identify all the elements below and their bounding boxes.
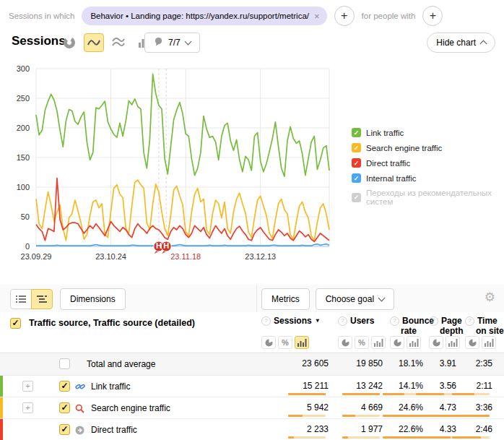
legend-label: Internal traffic bbox=[366, 174, 416, 183]
metric-bar bbox=[342, 415, 380, 417]
line-chart-icon[interactable] bbox=[84, 33, 104, 52]
metric-value: 5 942 bbox=[274, 402, 329, 413]
legend-checkbox[interactable]: ✓ bbox=[352, 143, 361, 152]
help-icon[interactable]: ? bbox=[390, 316, 399, 326]
x-tick-label: 23.10.24 bbox=[95, 252, 126, 261]
y-tick-label: 200 bbox=[17, 124, 30, 132]
help-icon[interactable]: ? bbox=[465, 316, 474, 326]
note-pin-marker[interactable]: Н bbox=[161, 241, 171, 254]
table-row: +Search engine traffic5 9424 66924.6%4.7… bbox=[0, 397, 504, 419]
row-label[interactable]: Direct traffic bbox=[91, 425, 137, 435]
expand-row-button[interactable]: + bbox=[22, 402, 33, 413]
metric-bar bbox=[288, 436, 326, 439]
metric-value: 2:46 bbox=[438, 424, 492, 434]
remove-filter-icon[interactable]: × bbox=[314, 12, 320, 21]
dimension-header-label: Traffic source, Traffic source (detailed… bbox=[29, 318, 195, 328]
y-tick-label: 100 bbox=[17, 183, 30, 191]
stacked-area-icon[interactable] bbox=[108, 33, 129, 52]
legend-item[interactable]: ✓Переходы из рекомендательных систем bbox=[352, 189, 504, 206]
metric-display-switcher bbox=[429, 336, 460, 349]
percent-display-icon[interactable]: % bbox=[278, 336, 292, 349]
legend-item[interactable]: ✓Link traffic bbox=[352, 128, 504, 137]
tree-view-icon[interactable] bbox=[31, 289, 53, 309]
pie-display-icon[interactable] bbox=[261, 336, 276, 349]
table-row: Direct traffic2 2331 97722.6%4.332:46 bbox=[0, 418, 504, 440]
row-label: Total and average bbox=[87, 359, 155, 369]
row-checkbox[interactable] bbox=[59, 402, 70, 413]
choose-goal-dropdown[interactable]: Choose goal bbox=[316, 288, 394, 310]
link-traffic-icon bbox=[75, 381, 85, 394]
metric-bar bbox=[383, 415, 420, 417]
search-traffic-icon bbox=[75, 403, 84, 416]
column-header-sessions[interactable]: ?Sessions▾ bbox=[261, 316, 319, 326]
column-header-bounce[interactable]: ?Bouncerate bbox=[390, 316, 434, 336]
bars-display-icon[interactable] bbox=[371, 336, 386, 349]
help-icon[interactable]: ? bbox=[338, 316, 347, 326]
table-row: Total and average23 60519 85018.1%3.912:… bbox=[0, 353, 504, 375]
chevron-down-icon bbox=[378, 295, 386, 302]
comments-segments-dropdown[interactable]: 7/7 bbox=[144, 33, 200, 53]
metric-value: 2:11 bbox=[438, 381, 492, 391]
metric-display-switcher: % bbox=[261, 336, 309, 349]
metric-value: 23 605 bbox=[274, 358, 329, 368]
pie-display-icon[interactable] bbox=[465, 336, 479, 349]
svg-text:Н: Н bbox=[156, 241, 162, 250]
metric-display-switcher: % bbox=[338, 336, 386, 349]
metric-bar bbox=[416, 393, 453, 395]
legend-checkbox[interactable]: ✓ bbox=[352, 193, 361, 202]
add-session-filter-button[interactable]: + bbox=[334, 6, 355, 26]
metric-bar bbox=[342, 393, 380, 395]
help-icon[interactable]: ? bbox=[429, 316, 438, 326]
column-header-page[interactable]: ?Pagedepth bbox=[429, 316, 464, 336]
legend-item[interactable]: ✓Search engine traffic bbox=[352, 143, 504, 152]
legend-item[interactable]: ✓Internal traffic bbox=[352, 173, 504, 183]
x-tick-label: 23.09.29 bbox=[21, 252, 52, 261]
chart-title: Sessions bbox=[12, 34, 66, 48]
row-checkbox[interactable] bbox=[59, 358, 70, 369]
help-icon[interactable]: ? bbox=[261, 316, 271, 326]
row-label[interactable]: Link traffic bbox=[91, 381, 130, 392]
row-label[interactable]: Search engine traffic bbox=[91, 403, 170, 413]
pie-chart-icon[interactable] bbox=[59, 33, 79, 52]
list-view-icon[interactable] bbox=[10, 289, 32, 309]
row-checkbox[interactable] bbox=[59, 381, 70, 392]
view-mode-switcher bbox=[10, 289, 53, 309]
column-header-time[interactable]: ?Timeon site bbox=[465, 316, 504, 336]
series-link-traffic bbox=[36, 74, 329, 176]
series-search-engine-traffic bbox=[36, 180, 329, 241]
pie-display-icon[interactable] bbox=[429, 336, 443, 349]
expand-row-button[interactable]: + bbox=[22, 381, 33, 392]
bars-display-icon[interactable] bbox=[295, 336, 309, 349]
metric-value: 3:36 bbox=[438, 402, 492, 413]
pie-display-icon[interactable] bbox=[338, 336, 352, 349]
segment-filter-chip[interactable]: Behavior • Landing page: https://yandex.… bbox=[82, 7, 326, 25]
legend-checkbox[interactable]: ✓ bbox=[352, 158, 361, 168]
select-all-checkbox[interactable] bbox=[10, 318, 21, 329]
legend-checkbox[interactable]: ✓ bbox=[352, 128, 361, 137]
metrics-button[interactable]: Metrics bbox=[261, 288, 310, 310]
hide-chart-label: Hide chart bbox=[436, 38, 476, 48]
y-tick-label: 50 bbox=[21, 212, 30, 221]
comment-icon bbox=[154, 37, 163, 48]
metric-bar bbox=[342, 436, 380, 439]
column-header-users[interactable]: ?Users bbox=[338, 316, 374, 326]
metric-value: 2:35 bbox=[438, 358, 492, 368]
legend-label: Link traffic bbox=[366, 129, 404, 137]
legend-checkbox[interactable]: ✓ bbox=[352, 173, 361, 183]
dimensions-button[interactable]: Dimensions bbox=[60, 288, 126, 310]
bars-display-icon[interactable] bbox=[482, 336, 496, 349]
pie-display-icon[interactable] bbox=[390, 336, 404, 349]
hide-chart-button[interactable]: Hide chart bbox=[427, 33, 495, 53]
percent-display-icon[interactable]: % bbox=[355, 336, 369, 349]
chevron-up-icon bbox=[480, 40, 487, 48]
bars-display-icon[interactable] bbox=[407, 336, 421, 349]
row-checkbox[interactable] bbox=[59, 424, 70, 435]
add-people-filter-button[interactable]: + bbox=[422, 6, 443, 26]
bars-display-icon[interactable] bbox=[446, 336, 460, 349]
legend-item[interactable]: ✓Direct traffic bbox=[352, 158, 504, 168]
filter-bar: Sessions in which Behavior • Landing pag… bbox=[9, 6, 443, 26]
y-tick-label: 0 bbox=[25, 242, 30, 251]
metric-value: 15 211 bbox=[274, 381, 329, 391]
gear-icon[interactable]: ⚙ bbox=[485, 291, 495, 303]
table-row: +Link traffic15 21113 24214.1%3.562:11 bbox=[0, 375, 504, 397]
